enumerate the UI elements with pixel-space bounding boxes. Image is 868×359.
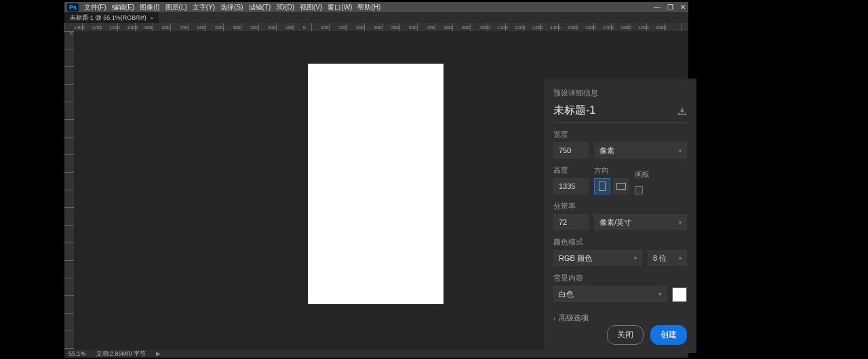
ruler-tick bbox=[64, 84, 74, 102]
chevron-down-icon: ▾ bbox=[679, 148, 682, 154]
ruler-tick bbox=[64, 225, 74, 242]
colormode-value: RGB 颜色 bbox=[559, 253, 592, 263]
ruler-tick bbox=[64, 242, 74, 260]
height-label: 高度 bbox=[553, 165, 589, 175]
ruler-tick bbox=[64, 172, 74, 190]
resolution-input[interactable] bbox=[553, 214, 589, 230]
menubar: Ps 文件(F) 编辑(E) 图像(I) 图层(L) 文字(Y) 选择(S) 滤… bbox=[64, 2, 688, 12]
menu-view[interactable]: 视图(V) bbox=[300, 3, 322, 12]
tab-close-icon[interactable]: × bbox=[151, 15, 154, 21]
ruler-tick: 600 bbox=[409, 25, 427, 30]
close-button[interactable]: 关闭 bbox=[607, 325, 644, 345]
menu-image[interactable]: 图像(I) bbox=[140, 3, 159, 12]
ruler-tick: 1100 bbox=[109, 25, 127, 30]
ruler-tick bbox=[64, 154, 74, 172]
menu-help[interactable]: 帮助(H) bbox=[357, 3, 380, 12]
bitdepth-value: 8 位 bbox=[653, 253, 667, 263]
ruler-tick: 1500 bbox=[568, 25, 585, 30]
resolution-unit-select[interactable]: 像素/英寸 ▾ bbox=[594, 214, 687, 230]
ruler-tick: 1400 bbox=[550, 25, 568, 30]
resolution-label: 分辨率 bbox=[553, 201, 687, 211]
width-unit-select[interactable]: 像素 ▾ bbox=[594, 142, 687, 159]
height-input[interactable] bbox=[553, 178, 589, 194]
ruler-tick bbox=[64, 260, 74, 278]
save-preset-icon[interactable] bbox=[677, 107, 687, 115]
background-color-swatch[interactable] bbox=[672, 287, 687, 302]
ruler-tick bbox=[64, 119, 74, 137]
ruler-tick: 700 bbox=[180, 25, 197, 30]
ruler-tick: 400 bbox=[374, 25, 391, 30]
chevron-down-icon: ▾ bbox=[679, 219, 682, 226]
orientation-label: 方向 bbox=[594, 165, 629, 175]
width-input[interactable] bbox=[553, 142, 589, 159]
vertical-ruler: 0 bbox=[64, 31, 74, 350]
menu-select[interactable]: 选择(S) bbox=[220, 3, 243, 12]
ruler-tick: 1300 bbox=[74, 25, 92, 30]
ruler-tick: 200 bbox=[338, 25, 356, 30]
ruler-tick: 1000 bbox=[127, 25, 144, 30]
width-unit-value: 像素 bbox=[599, 146, 614, 156]
menu-layer[interactable]: 图层(L) bbox=[165, 3, 187, 12]
menu-window[interactable]: 窗口(W) bbox=[328, 3, 352, 12]
advanced-options-toggle[interactable]: › 高级选项 bbox=[553, 313, 687, 323]
ruler-tick: 1200 bbox=[92, 25, 109, 30]
ruler-tick bbox=[64, 102, 74, 119]
ruler-tick: 500 bbox=[391, 25, 409, 30]
advanced-options-label: 高级选项 bbox=[559, 313, 589, 323]
document-tab-label: 未标题-1 @ 55.1%(RGB/8#) bbox=[70, 14, 146, 22]
horizontal-ruler: 1300120011001000900800700600500400300200… bbox=[64, 23, 688, 31]
ruler-tick: 0 bbox=[64, 31, 74, 49]
new-document-panel: 预设详细信息 未标题-1 宽度 像素 ▾ 高度 bbox=[544, 79, 696, 353]
create-button[interactable]: 创建 bbox=[650, 325, 687, 345]
orientation-landscape-button[interactable] bbox=[613, 178, 629, 194]
ruler-tick: 1600 bbox=[585, 25, 603, 30]
ruler-tick bbox=[64, 313, 74, 331]
minimize-button[interactable]: — bbox=[654, 3, 660, 11]
document-tab[interactable]: 未标题-1 @ 55.1%(RGB/8#) × bbox=[64, 12, 159, 23]
tab-bar: 未标题-1 @ 55.1%(RGB/8#) × bbox=[64, 12, 688, 23]
ruler-tick bbox=[64, 137, 74, 154]
menu-3d[interactable]: 3D(D) bbox=[276, 3, 294, 11]
bitdepth-select[interactable]: 8 位 ▾ bbox=[648, 250, 687, 266]
canvas[interactable] bbox=[308, 64, 443, 304]
ruler-tick bbox=[64, 278, 74, 295]
menu-type[interactable]: 文字(Y) bbox=[193, 3, 215, 12]
ruler-tick: 1000 bbox=[479, 25, 497, 30]
zoom-level[interactable]: 55.1% bbox=[68, 350, 86, 357]
ruler-tick: 200 bbox=[268, 25, 285, 30]
ruler-tick: 1700 bbox=[603, 25, 620, 30]
orientation-portrait-button[interactable] bbox=[594, 178, 610, 194]
colormode-label: 颜色模式 bbox=[553, 237, 687, 247]
document-title[interactable]: 未标题-1 bbox=[553, 104, 595, 118]
caret-right-icon[interactable]: ▶ bbox=[156, 350, 161, 357]
ruler-tick: 1300 bbox=[532, 25, 550, 30]
colormode-select[interactable]: RGB 颜色 ▾ bbox=[553, 250, 642, 266]
ruler-tick: 2000 bbox=[656, 25, 673, 30]
ruler-tick: 900 bbox=[462, 25, 479, 30]
background-select[interactable]: 白色 ▾ bbox=[553, 286, 667, 302]
artboard-label: 画板 bbox=[635, 169, 650, 180]
ruler-tick bbox=[64, 295, 74, 313]
background-label: 背景内容 bbox=[553, 273, 687, 283]
canvas-area[interactable]: 预设详细信息 未标题-1 宽度 像素 ▾ 高度 bbox=[74, 31, 688, 350]
panel-header: 预设详细信息 bbox=[553, 88, 687, 98]
artboard-checkbox[interactable] bbox=[635, 186, 643, 194]
ruler-tick: 1100 bbox=[497, 25, 515, 30]
ruler-tick: 400 bbox=[233, 25, 250, 30]
ruler-tick: 700 bbox=[427, 25, 444, 30]
menu-filter[interactable]: 滤镜(T) bbox=[249, 3, 271, 12]
menu-edit[interactable]: 编辑(E) bbox=[112, 3, 134, 12]
ruler-tick bbox=[64, 331, 74, 348]
caret-right-icon: › bbox=[553, 315, 555, 322]
menu-file[interactable]: 文件(F) bbox=[84, 3, 106, 12]
doc-info[interactable]: 文档:2.86M/0 字节 bbox=[96, 350, 146, 358]
close-button[interactable]: ✕ bbox=[680, 3, 686, 11]
window-controls: — ❐ ✕ bbox=[654, 2, 686, 12]
ruler-tick: 500 bbox=[215, 25, 233, 30]
maximize-button[interactable]: ❐ bbox=[667, 3, 673, 11]
ruler-tick bbox=[64, 207, 74, 225]
ruler-tick: 1900 bbox=[638, 25, 656, 30]
background-value: 白色 bbox=[559, 289, 574, 299]
ruler-tick: 800 bbox=[444, 25, 462, 30]
ruler-tick bbox=[64, 66, 74, 84]
